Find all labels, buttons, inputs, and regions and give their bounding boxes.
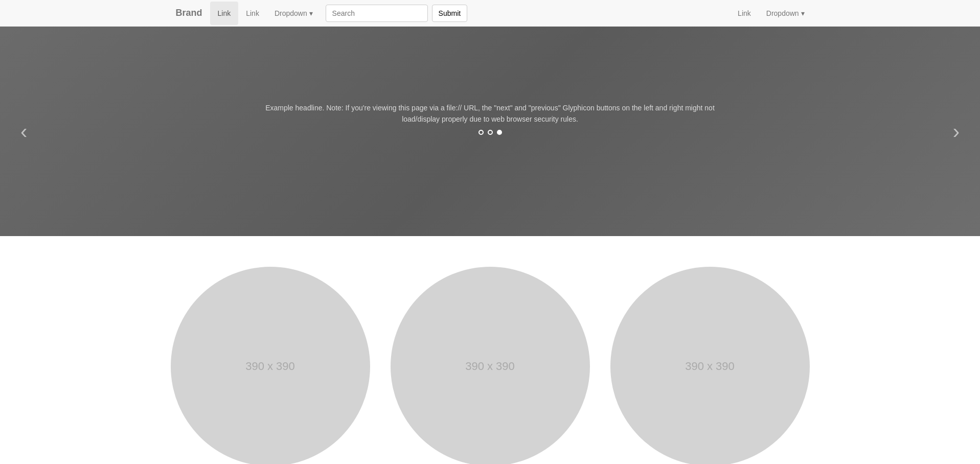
carousel-prev-button[interactable]: ‹ [10, 115, 37, 148]
carousel-indicator-0[interactable] [478, 130, 484, 135]
nav-item-link-right: Link [730, 2, 759, 25]
carousel-inner: Example headline. Note: If you're viewin… [0, 27, 980, 236]
nav-dropdown-1-label: Dropdown [275, 9, 307, 17]
navbar: Brand Link Link Dropdown ▾ Submit Link [0, 0, 980, 27]
carousel-caption-text: Example headline. Note: If you're viewin… [260, 102, 720, 125]
nav-item-dropdown-right: Dropdown ▾ [759, 2, 812, 25]
nav-item-dropdown-1: Dropdown ▾ [267, 2, 321, 25]
search-submit-button[interactable]: Submit [432, 5, 468, 22]
navbar-search-form: Submit [326, 5, 468, 22]
navbar-left-links: Link Link Dropdown ▾ [210, 2, 321, 25]
nav-link-plain[interactable]: Link [238, 2, 267, 25]
carousel-indicator-1[interactable] [488, 130, 493, 135]
nav-item-link-plain: Link [238, 2, 267, 25]
nav-dropdown-right-label: Dropdown [766, 9, 799, 17]
circles-section: 390 x 390 390 x 390 390 x 390 [0, 236, 980, 464]
navbar-inner: Brand Link Link Dropdown ▾ Submit Link [168, 0, 812, 26]
dropdown-caret-icon: ▾ [309, 9, 313, 17]
circle-label-0: 390 x 390 [245, 360, 295, 373]
nav-dropdown-right[interactable]: Dropdown ▾ [759, 2, 812, 25]
circle-label-2: 390 x 390 [685, 360, 735, 373]
nav-link-right[interactable]: Link [730, 2, 759, 25]
nav-item-link-active: Link [210, 2, 239, 25]
circle-placeholder-0: 390 x 390 [171, 267, 370, 464]
circle-placeholder-2: 390 x 390 [610, 267, 810, 464]
carousel-caption: Example headline. Note: If you're viewin… [0, 102, 980, 141]
carousel-next-button[interactable]: › [943, 115, 970, 148]
dropdown-caret-right-icon: ▾ [801, 9, 805, 17]
circle-label-1: 390 x 390 [465, 360, 515, 373]
carousel-indicators [0, 130, 980, 135]
nav-dropdown-1[interactable]: Dropdown ▾ [267, 2, 321, 25]
brand-link[interactable]: Brand [168, 0, 210, 26]
circle-placeholder-1: 390 x 390 [391, 267, 590, 464]
navbar-right-links: Link Dropdown ▾ [730, 2, 812, 25]
nav-link-active[interactable]: Link [210, 2, 239, 25]
carousel: ‹ Example headline. Note: If you're view… [0, 27, 980, 236]
circles-container: 390 x 390 390 x 390 390 x 390 [168, 267, 812, 464]
search-input[interactable] [326, 5, 428, 22]
carousel-indicator-2[interactable] [497, 130, 502, 135]
